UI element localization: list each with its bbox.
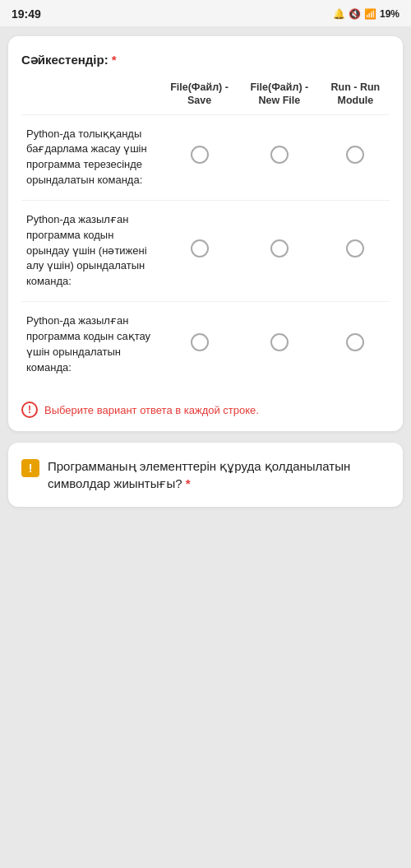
status-time: 19:49 bbox=[12, 7, 41, 21]
radio-cell bbox=[238, 200, 321, 301]
signal-icon: 📶 bbox=[364, 8, 376, 20]
required-star: * bbox=[112, 53, 117, 67]
warning-icon: ! bbox=[21, 459, 39, 477]
battery-text: 19% bbox=[380, 8, 399, 20]
error-icon: ! bbox=[21, 402, 38, 418]
table-row: Python-да жазылған программа кодын орынд… bbox=[21, 200, 390, 301]
radio-button[interactable] bbox=[270, 333, 289, 351]
row-label-1: Python-да толыққанды бағдарлама жасау үш… bbox=[21, 114, 161, 200]
title-text: Сәйкестендір: bbox=[21, 53, 109, 67]
radio-button[interactable] bbox=[270, 239, 289, 258]
radio-button[interactable] bbox=[191, 333, 209, 351]
error-row: ! Выберите вариант ответа в каждой строк… bbox=[21, 398, 390, 418]
required-star-2: * bbox=[186, 476, 191, 490]
radio-cell bbox=[238, 302, 321, 388]
col-header-save: File(Файл) - Save bbox=[161, 81, 238, 114]
status-bar: 19:49 🔔 🔇 📶 19% bbox=[0, 0, 411, 26]
table-row: Python-да толыққанды бағдарлама жасау үш… bbox=[21, 114, 390, 200]
radio-button[interactable] bbox=[346, 333, 364, 351]
col-header-empty bbox=[21, 81, 161, 114]
col-header-run: Run - Run Module bbox=[321, 81, 390, 114]
error-text: Выберите вариант ответа в каждой строке. bbox=[44, 404, 259, 416]
radio-button[interactable] bbox=[346, 239, 364, 258]
status-icons: 🔔 🔇 📶 19% bbox=[333, 8, 399, 20]
col-header-newfile: File(Файл) - New File bbox=[238, 81, 321, 114]
second-question-text: Программаның элементтерін құруда қолданы… bbox=[48, 459, 350, 490]
radio-cell bbox=[161, 114, 238, 200]
radio-button[interactable] bbox=[346, 146, 364, 164]
radio-cell bbox=[321, 200, 390, 301]
radio-cell bbox=[238, 114, 321, 200]
radio-button[interactable] bbox=[191, 239, 209, 258]
table-row: Python-да жазылған программа кодын сақта… bbox=[21, 302, 390, 388]
row-label-2: Python-да жазылған программа кодын орынд… bbox=[21, 200, 161, 301]
radio-cell bbox=[321, 302, 390, 388]
alarm-icon: 🔔 bbox=[333, 8, 345, 20]
matching-card: Сәйкестендір: * File(Файл) - Save File(Ф… bbox=[8, 36, 403, 431]
card-title: Сәйкестендір: * bbox=[21, 53, 390, 67]
radio-button[interactable] bbox=[270, 146, 289, 164]
match-table: File(Файл) - Save File(Файл) - New File … bbox=[21, 81, 390, 387]
second-card-question: Программаның элементтерін құруда қолданы… bbox=[48, 457, 390, 492]
row-label-3: Python-да жазылған программа кодын сақта… bbox=[21, 302, 161, 388]
radio-cell bbox=[161, 200, 238, 301]
radio-button[interactable] bbox=[191, 146, 209, 164]
second-question-card: ! Программаның элементтерін құруда қолда… bbox=[8, 443, 403, 507]
mute-icon: 🔇 bbox=[349, 8, 361, 20]
page-content: Сәйкестендір: * File(Файл) - Save File(Ф… bbox=[0, 26, 411, 868]
radio-cell bbox=[161, 302, 238, 388]
radio-cell bbox=[321, 114, 390, 200]
